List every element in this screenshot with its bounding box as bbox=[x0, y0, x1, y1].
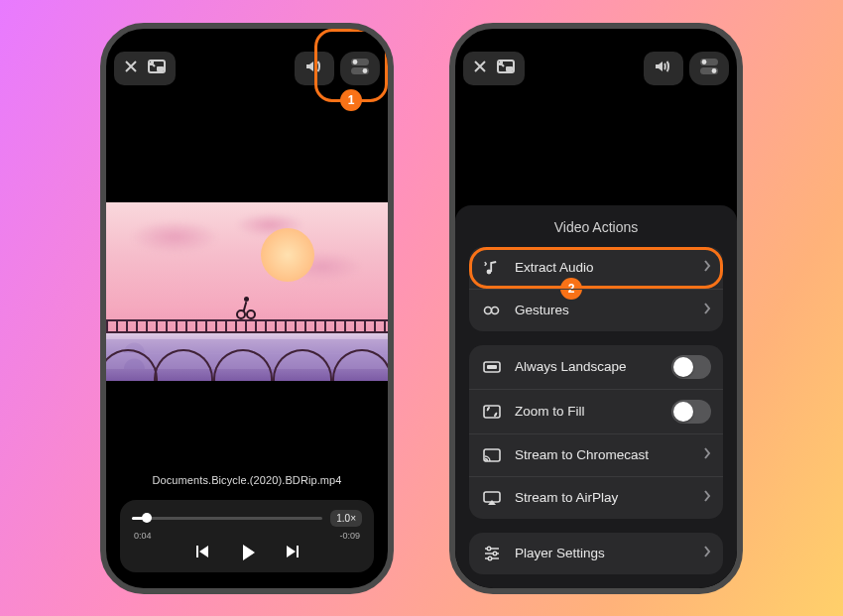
actions-toggle-button[interactable] bbox=[689, 52, 729, 85]
chevron-right-icon bbox=[703, 447, 711, 462]
row-label: Gestures bbox=[515, 303, 691, 317]
toggles-icon bbox=[698, 57, 720, 80]
row-label: Stream to AirPlay bbox=[515, 490, 691, 505]
row-chromecast[interactable]: Stream to Chromecast bbox=[469, 433, 723, 476]
svg-point-13 bbox=[485, 307, 492, 313]
scrub-bar[interactable] bbox=[132, 517, 322, 520]
svg-point-23 bbox=[488, 556, 492, 560]
chevron-right-icon bbox=[703, 260, 711, 275]
row-extract-audio[interactable]: Extract Audio 2 bbox=[469, 247, 723, 289]
elapsed-time: 0:04 bbox=[134, 531, 152, 541]
row-label: Stream to Chromecast bbox=[515, 447, 691, 462]
video-frame bbox=[106, 202, 388, 381]
chevron-right-icon bbox=[703, 490, 711, 505]
phone-left: 1 Documents.Bicycle.(2020).BDRip.mp4 bbox=[100, 23, 394, 594]
scrub-knob[interactable] bbox=[142, 513, 152, 523]
svg-rect-1 bbox=[157, 66, 164, 71]
svg-point-19 bbox=[485, 459, 487, 461]
row-label: Always Landscape bbox=[515, 359, 660, 374]
sliders-icon bbox=[481, 543, 503, 564]
music-note-icon bbox=[481, 257, 503, 279]
volume-icon bbox=[655, 60, 672, 77]
callout-1-badge: 1 bbox=[340, 89, 362, 111]
play-button[interactable] bbox=[240, 545, 255, 560]
svg-point-3 bbox=[353, 60, 358, 64]
svg-rect-16 bbox=[487, 365, 497, 369]
airplay-icon bbox=[481, 487, 503, 509]
toggles-icon bbox=[349, 57, 371, 80]
svg-point-5 bbox=[363, 68, 368, 73]
row-gestures[interactable]: Gestures bbox=[469, 289, 723, 331]
volume-icon bbox=[305, 60, 323, 77]
svg-rect-17 bbox=[484, 406, 500, 418]
close-pip-group bbox=[463, 52, 525, 85]
cyclist-silhouette bbox=[236, 298, 256, 319]
pip-icon[interactable] bbox=[148, 60, 166, 77]
close-icon[interactable] bbox=[124, 60, 138, 77]
landscape-toggle[interactable] bbox=[671, 355, 711, 379]
svg-point-22 bbox=[493, 552, 497, 555]
row-player-settings[interactable]: Player Settings bbox=[469, 533, 723, 574]
svg-point-14 bbox=[492, 307, 499, 313]
chromecast-icon bbox=[481, 444, 503, 466]
chevron-right-icon bbox=[703, 546, 711, 560]
zoom-toggle[interactable] bbox=[671, 400, 711, 424]
filename-label: Documents.Bicycle.(2020).BDRip.mp4 bbox=[120, 474, 374, 486]
gesture-icon bbox=[481, 300, 503, 321]
phone-right: Video Actions Extract Audio 2 Gestures bbox=[449, 23, 743, 594]
svg-point-9 bbox=[702, 60, 707, 64]
player-controls: Documents.Bicycle.(2020).BDRip.mp4 1.0× … bbox=[120, 474, 374, 572]
sheet-title: Video Actions bbox=[469, 219, 723, 235]
volume-button[interactable] bbox=[295, 52, 334, 85]
landscape-icon bbox=[481, 356, 503, 378]
row-airplay[interactable]: Stream to AirPlay bbox=[469, 476, 723, 519]
row-zoom-to-fill[interactable]: Zoom to Fill bbox=[469, 389, 723, 433]
svg-point-11 bbox=[712, 68, 717, 73]
pip-icon[interactable] bbox=[497, 60, 515, 77]
zoom-fill-icon bbox=[481, 401, 503, 423]
remaining-time: -0:09 bbox=[339, 531, 360, 541]
next-track-button[interactable] bbox=[285, 545, 301, 560]
topbar bbox=[106, 29, 388, 98]
video-actions-sheet: Video Actions Extract Audio 2 Gestures bbox=[455, 205, 737, 588]
volume-button[interactable] bbox=[644, 52, 683, 85]
row-label: Player Settings bbox=[515, 546, 691, 560]
topbar bbox=[455, 29, 737, 98]
speed-badge[interactable]: 1.0× bbox=[330, 510, 362, 527]
actions-toggle-button[interactable] bbox=[340, 52, 380, 85]
svg-rect-7 bbox=[506, 66, 513, 71]
row-label: Extract Audio bbox=[515, 260, 691, 275]
prev-track-button[interactable] bbox=[194, 545, 210, 560]
chevron-right-icon bbox=[703, 303, 711, 317]
row-label: Zoom to Fill bbox=[515, 404, 660, 419]
row-always-landscape[interactable]: Always Landscape bbox=[469, 345, 723, 389]
svg-point-21 bbox=[487, 547, 491, 551]
close-icon[interactable] bbox=[473, 60, 487, 77]
close-pip-group bbox=[114, 52, 176, 85]
